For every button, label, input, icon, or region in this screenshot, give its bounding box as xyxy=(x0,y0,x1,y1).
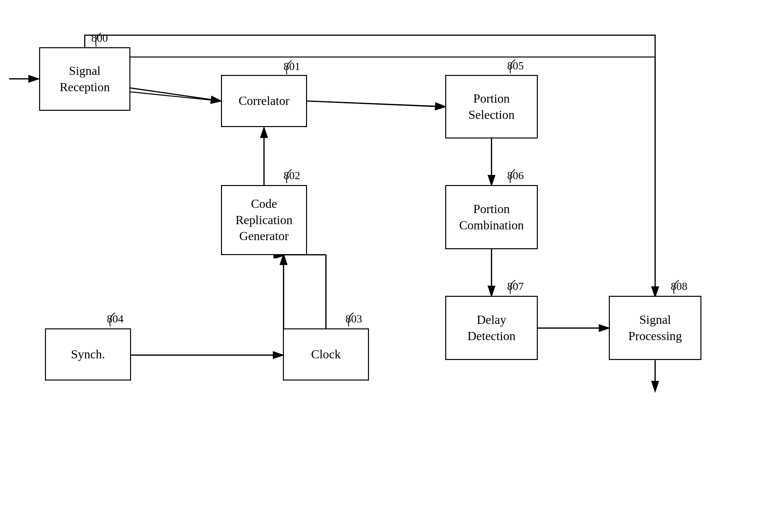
code-replication-generator-block: CodeReplicationGenerator xyxy=(221,185,307,255)
clock-label: Clock xyxy=(311,346,341,362)
label-tick-806 xyxy=(504,167,520,186)
label-tick-804 xyxy=(104,310,120,330)
correlator-block: Correlator xyxy=(221,75,307,127)
portion-selection-block: PortionSelection xyxy=(445,75,538,139)
label-tick-808 xyxy=(668,278,684,297)
signal-processing-block: SignalProcessing xyxy=(609,296,701,360)
svg-line-20 xyxy=(306,101,445,107)
portion-combination-block: PortionCombination xyxy=(445,185,538,249)
label-tick-802 xyxy=(280,167,297,186)
code-replication-generator-label: CodeReplicationGenerator xyxy=(235,196,292,244)
signal-reception-block: SignalReception xyxy=(39,47,130,111)
correlator-label: Correlator xyxy=(239,93,290,109)
synch-label: Synch. xyxy=(71,346,105,362)
portion-selection-label: PortionSelection xyxy=(468,91,514,123)
synch-block: Synch. xyxy=(45,328,131,380)
svg-line-6 xyxy=(306,101,445,106)
svg-line-5 xyxy=(130,92,221,101)
label-tick-805 xyxy=(504,57,520,77)
delay-detection-block: DelayDetection xyxy=(445,296,538,360)
delay-detection-label: DelayDetection xyxy=(467,312,516,344)
portion-combination-label: PortionCombination xyxy=(459,201,524,233)
label-tick-803 xyxy=(342,310,359,330)
diagram: SignalReception 800 Correlator 801 CodeR… xyxy=(0,0,778,532)
clock-block: Clock xyxy=(283,328,369,380)
signal-reception-label: SignalReception xyxy=(60,63,110,95)
label-tick-807 xyxy=(504,278,520,297)
label-tick-800 xyxy=(90,30,106,50)
svg-line-19 xyxy=(130,88,221,101)
label-tick-801 xyxy=(280,58,297,78)
signal-processing-label: SignalProcessing xyxy=(628,312,682,344)
